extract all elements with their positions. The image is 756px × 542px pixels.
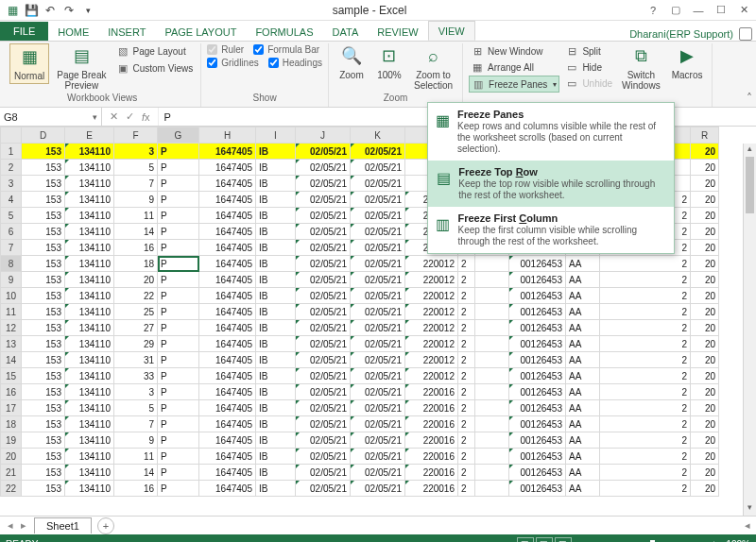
row-header[interactable]: 2 [1,160,22,176]
freeze-panes-item-icon: ▦ [436,109,450,131]
close-icon[interactable]: ✕ [733,2,754,19]
minimize-icon[interactable]: — [688,2,709,19]
row-header[interactable]: 17 [1,400,22,416]
hide-button[interactable]: ▭Hide [563,59,614,75]
ribbon-options-icon[interactable]: ▢ [665,2,686,19]
newwindow-icon: ⊞ [471,44,484,58]
tab-data[interactable]: DATA [323,23,369,41]
row-header[interactable]: 12 [1,320,22,336]
freeze-panes-menu: ▦ Freeze PanesKeep rows and columns visi… [427,102,675,254]
tab-page-layout[interactable]: PAGE LAYOUT [155,23,246,41]
col-header[interactable]: H [199,127,256,144]
vertical-scrollbar[interactable]: ▴ ▾ [743,144,756,516]
arrange-button[interactable]: ▦Arrange All [469,59,559,75]
collapse-ribbon-icon[interactable]: ˄ [747,92,752,105]
scroll-up-icon[interactable]: ▴ [744,144,756,157]
maximize-icon[interactable]: ☐ [711,2,731,19]
row-header[interactable]: 4 [1,192,22,208]
row-header[interactable]: 3 [1,176,22,192]
save-icon[interactable]: 💾 [23,2,40,19]
row-header[interactable]: 22 [1,481,22,497]
col-header[interactable]: J [296,127,351,144]
row-header[interactable]: 5 [1,208,22,224]
normal-view-button[interactable]: ▦Normal [9,43,49,84]
sheet-nav-next-icon[interactable]: ▸ [21,519,26,532]
col-header[interactable]: I [256,127,296,144]
ruler-checkbox[interactable]: Ruler [207,43,244,56]
status-bar: READY ▦ ▤ ▧ − + 100% [0,534,756,542]
row-header[interactable]: 6 [1,224,22,240]
fx-icon[interactable]: fx [142,111,150,123]
sheet-tab[interactable]: Sheet1 [34,517,92,534]
freeze-top-row-item[interactable]: ▤ Freeze Top RowKeep the top row visible… [428,161,674,207]
row-header[interactable]: 8 [1,256,22,272]
tab-view[interactable]: VIEW [428,21,475,41]
row-header[interactable]: 18 [1,416,22,432]
col-header[interactable]: D [22,127,65,144]
tab-insert[interactable]: INSERT [98,23,155,41]
pagelayout-button[interactable]: ▧Page Layout [114,43,196,59]
freeze-panes-button[interactable]: ▥Freeze Panes▾ [469,76,559,93]
tab-home[interactable]: HOME [48,23,98,41]
row-header[interactable]: 20 [1,449,22,465]
zoom-level[interactable]: 100% [726,539,750,543]
col-header[interactable]: R [691,127,719,144]
row-header[interactable]: 1 [1,144,22,160]
zoom-out-icon[interactable]: − [579,539,593,543]
row-header[interactable]: 9 [1,272,22,288]
customviews-button[interactable]: ▣Custom Views [114,60,196,76]
enter-formula-icon[interactable]: ✓ [126,110,134,123]
zoom-to-sel-button[interactable]: ⌕Zoom to Selection [410,43,456,93]
table-row: 1515313411033P1647405IB02/05/2102/05/212… [1,368,719,384]
freeze-panes-item[interactable]: ▦ Freeze PanesKeep rows and columns visi… [428,103,674,161]
normal-view-icon[interactable]: ▦ [517,537,534,542]
row-header[interactable]: 11 [1,304,22,320]
macros-button[interactable]: ▶Macros [668,43,707,82]
table-row: 915313411020P1647405IB02/05/2102/05/2122… [1,272,719,288]
user-name[interactable]: Dharani(ERP Support) [629,28,733,40]
headings-checkbox[interactable]: Headings [268,57,322,69]
split-button[interactable]: ⊟Split [563,43,614,59]
pagebreak-view-icon[interactable]: ▧ [555,537,572,542]
switch-windows-button[interactable]: ⧉Switch Windows [618,43,664,93]
pagebreak-button[interactable]: ▤Page Break Preview [53,43,110,93]
row-header[interactable]: 10 [1,288,22,304]
col-header[interactable]: F [114,127,158,144]
newwindow-button[interactable]: ⊞New Window [469,43,559,59]
row-header[interactable]: 14 [1,352,22,368]
qat-customize-icon[interactable]: ▾ [79,2,96,19]
pagelayout-view-icon[interactable]: ▤ [536,537,553,542]
row-header[interactable]: 21 [1,465,22,481]
scroll-down-icon[interactable]: ▾ [744,502,756,516]
redo-icon[interactable]: ↷ [60,2,77,19]
col-header[interactable]: E [65,127,114,144]
gridlines-checkbox[interactable]: Gridlines [207,57,258,69]
zoom-in-icon[interactable]: + [708,539,721,543]
row-header[interactable]: 15 [1,368,22,384]
avatar-icon[interactable] [739,27,752,41]
help-icon[interactable]: ? [643,2,663,19]
tab-formulas[interactable]: FORMULAS [246,23,322,41]
zoom100-button[interactable]: ⊡100% [372,43,406,82]
freeze-first-column-item[interactable]: ▥ Freeze First ColumnKeep the first colu… [428,207,674,253]
col-header[interactable]: G [158,127,199,144]
row-header[interactable]: 19 [1,432,22,449]
undo-icon[interactable]: ↶ [42,2,59,19]
row-header[interactable]: 13 [1,336,22,352]
namebox-dropdown-icon[interactable]: ▾ [93,112,97,122]
formulabar-checkbox[interactable]: Formula Bar [253,43,319,56]
table-row: 161531341103P1647405IB02/05/2102/05/2122… [1,384,719,400]
row-header[interactable]: 7 [1,240,22,256]
sheet-nav-prev-icon[interactable]: ◂ [8,519,13,532]
row-header[interactable]: 16 [1,384,22,400]
zoom-button[interactable]: 🔍Zoom [335,43,369,82]
excel-icon: ▦ [4,2,21,19]
tab-file[interactable]: FILE [0,22,48,41]
hscroll-left-icon[interactable]: ◂ [745,519,750,531]
tab-review[interactable]: REVIEW [368,23,427,41]
add-sheet-icon[interactable]: + [97,517,114,534]
cancel-formula-icon[interactable]: ✕ [110,110,118,123]
scroll-thumb[interactable] [746,157,754,213]
col-header[interactable]: K [351,127,405,144]
name-box[interactable]: G8▾ [0,108,102,126]
